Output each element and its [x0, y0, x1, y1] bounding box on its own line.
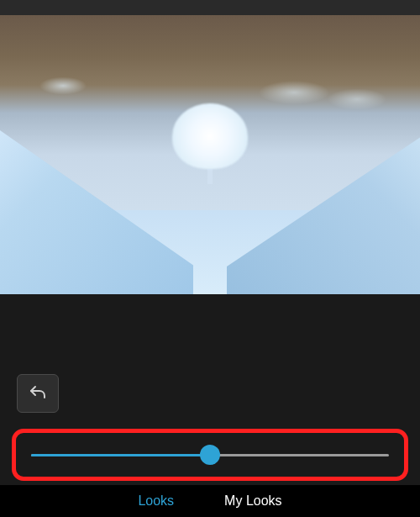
tree-decoration: [172, 103, 248, 183]
slider-thumb[interactable]: [200, 445, 220, 465]
tab-my-looks[interactable]: My Looks: [224, 493, 281, 509]
slider-fill: [31, 454, 210, 456]
image-preview[interactable]: [0, 15, 420, 294]
hill-right-decoration: [227, 109, 420, 294]
tab-looks[interactable]: Looks: [138, 493, 174, 509]
undo-button[interactable]: [17, 374, 59, 413]
slider-highlight-annotation: [12, 429, 408, 481]
top-bar: [0, 0, 420, 15]
tabs-row: Looks My Looks: [0, 485, 420, 517]
intensity-slider[interactable]: [31, 446, 389, 463]
undo-icon: [28, 383, 48, 404]
